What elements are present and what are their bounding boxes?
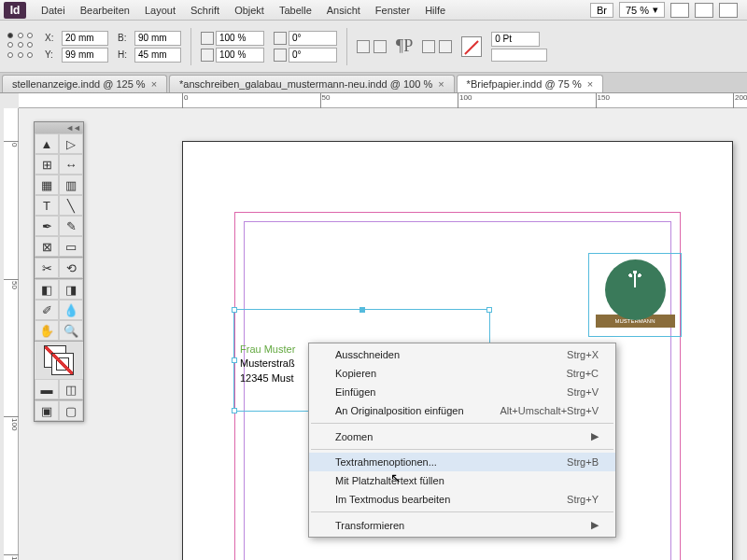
- menu-item-label: Einfügen: [335, 386, 567, 398]
- context-menu-item[interactable]: KopierenStrg+C: [309, 364, 615, 383]
- context-menu-item[interactable]: EinfügenStrg+V: [309, 383, 615, 401]
- control-bar: X: Y: B: H: ¶P: [0, 21, 747, 73]
- apply-color-icon[interactable]: ▬: [35, 379, 59, 399]
- horizontal-ruler: 050100150200: [19, 93, 747, 108]
- collapse-icon[interactable]: ◄◄: [65, 123, 80, 133]
- page-tool[interactable]: ⊞: [35, 154, 59, 175]
- tab-label: *Briefpapier.indd @ 75 %: [467, 78, 582, 90]
- apply-gradient-icon[interactable]: ◫: [59, 379, 83, 399]
- resize-handle[interactable]: [232, 408, 237, 413]
- pencil-tool[interactable]: ✎: [59, 216, 83, 236]
- x-input[interactable]: [62, 31, 108, 46]
- document-tab[interactable]: stellenanzeige.indd @ 125 %×: [2, 75, 167, 92]
- rectangle-tool[interactable]: ▭: [59, 236, 83, 257]
- tab-label: *anschreiben_galabau_mustermann-neu.indd…: [179, 78, 432, 90]
- distribute-icon[interactable]: [439, 40, 452, 53]
- gradient-swatch-tool[interactable]: ◧: [35, 279, 59, 300]
- screen-mode-icon[interactable]: [670, 3, 689, 18]
- hand-tool[interactable]: ✋: [35, 320, 59, 341]
- panel-header[interactable]: ◄◄: [35, 122, 83, 133]
- context-menu-item[interactable]: Mit Platzhaltertext füllen: [309, 471, 615, 490]
- menu-datei[interactable]: Datei: [34, 2, 73, 19]
- arrange-documents-icon[interactable]: [695, 3, 713, 18]
- menu-item-label: Textrahmenoptionen...: [335, 456, 567, 468]
- line-tool[interactable]: ╲: [59, 195, 83, 216]
- context-menu-item[interactable]: Im Textmodus bearbeitenStrg+Y: [309, 490, 615, 509]
- submenu-arrow-icon: ▶: [591, 519, 599, 531]
- reference-point-grid[interactable]: [7, 33, 35, 61]
- stroke-weight-input[interactable]: [491, 32, 540, 47]
- menu-objekt[interactable]: Objekt: [227, 2, 272, 19]
- menu-fenster[interactable]: Fenster: [368, 2, 417, 19]
- content-collector-tool[interactable]: ▦: [35, 175, 59, 195]
- menu-tabelle[interactable]: Tabelle: [272, 2, 319, 19]
- scale-y-icon: [201, 49, 214, 62]
- menu-schrift[interactable]: Schrift: [183, 2, 227, 19]
- menu-item-label: Mit Platzhaltertext füllen: [335, 475, 599, 486]
- fill-swatch[interactable]: [461, 36, 482, 57]
- document-tab[interactable]: *Briefpapier.indd @ 75 %×: [457, 75, 604, 92]
- eyedropper-tool[interactable]: 💧: [59, 300, 83, 320]
- x-label: X:: [45, 33, 60, 43]
- scissors-tool[interactable]: ✂: [35, 258, 59, 278]
- tools-panel[interactable]: ◄◄ ▲ ▷ ⊞ ↔ ▦ ▥ T ╲ ✒ ✎ ⊠ ▭ ✂ ⟲ ◧ ◨ ✐ 💧 ✋…: [34, 121, 84, 422]
- menu-shortcut: Strg+X: [567, 349, 599, 360]
- paragraph-style-icon[interactable]: ¶P: [396, 36, 413, 56]
- selection-tool[interactable]: ▲: [35, 133, 59, 154]
- y-label: Y:: [45, 49, 60, 60]
- rotate-input[interactable]: [289, 31, 337, 46]
- menu-shortcut: Strg+V: [567, 386, 599, 398]
- resize-handle[interactable]: [232, 307, 237, 313]
- close-icon[interactable]: ×: [587, 78, 593, 90]
- menu-shortcut: Strg+B: [567, 456, 599, 468]
- menu-bearbeiten[interactable]: Bearbeiten: [73, 2, 137, 19]
- zoom-tool[interactable]: 🔍: [59, 320, 83, 341]
- type-tool[interactable]: T: [35, 195, 59, 216]
- logo-frame[interactable]: MUSTERMANN: [588, 253, 682, 337]
- content-placer-tool[interactable]: ▥: [59, 175, 83, 195]
- shear-input[interactable]: [289, 48, 337, 63]
- height-input[interactable]: [134, 48, 181, 63]
- menu-ansicht[interactable]: Ansicht: [319, 2, 368, 19]
- direct-selection-tool[interactable]: ▷: [59, 133, 83, 154]
- normal-mode-icon[interactable]: ▣: [35, 400, 59, 421]
- close-icon[interactable]: ×: [438, 78, 444, 90]
- note-tool[interactable]: ✐: [35, 300, 59, 320]
- close-icon[interactable]: ×: [151, 78, 157, 90]
- context-menu-item[interactable]: Transformieren▶: [309, 515, 615, 535]
- flip-h-icon[interactable]: [357, 40, 370, 53]
- workspace-icon[interactable]: [719, 3, 738, 18]
- bridge-button[interactable]: Br: [590, 3, 613, 18]
- fill-stroke-swatch[interactable]: [35, 342, 83, 379]
- context-menu-item[interactable]: Zoomen▶: [309, 427, 615, 446]
- flip-v-icon[interactable]: [374, 40, 387, 53]
- menu-layout[interactable]: Layout: [137, 2, 183, 19]
- menu-shortcut: Strg+C: [566, 368, 599, 379]
- resize-handle[interactable]: [359, 307, 365, 313]
- scale-y-input[interactable]: [216, 48, 264, 63]
- submenu-arrow-icon: ▶: [591, 430, 599, 442]
- rectangle-frame-tool[interactable]: ⊠: [35, 236, 59, 257]
- context-menu-item[interactable]: AusschneidenStrg+X: [309, 345, 615, 364]
- transform-tool[interactable]: ⟲: [59, 258, 83, 278]
- preview-mode-icon[interactable]: ▢: [59, 400, 83, 421]
- gradient-feather-tool[interactable]: ◨: [59, 279, 83, 300]
- context-menu-item[interactable]: Textrahmenoptionen...Strg+B: [309, 453, 615, 471]
- zoom-level-dropdown[interactable]: 75 %▾: [619, 2, 665, 18]
- menubar: Id DateiBearbeitenLayoutSchriftObjektTab…: [0, 0, 747, 21]
- stroke-style-dropdown[interactable]: [491, 49, 547, 62]
- y-input[interactable]: [62, 48, 108, 63]
- width-input[interactable]: [134, 31, 181, 46]
- resize-handle[interactable]: [232, 357, 237, 363]
- resize-handle[interactable]: [486, 307, 492, 313]
- chevron-down-icon: ▾: [653, 4, 658, 16]
- document-tab[interactable]: *anschreiben_galabau_mustermann-neu.indd…: [169, 75, 455, 92]
- menu-shortcut: Strg+Y: [567, 494, 599, 505]
- scale-x-input[interactable]: [216, 31, 264, 46]
- gap-tool[interactable]: ↔: [59, 154, 83, 175]
- menu-item-label: Im Textmodus bearbeiten: [335, 494, 567, 505]
- align-icon[interactable]: [422, 40, 435, 53]
- menu-hilfe[interactable]: Hilfe: [417, 2, 453, 19]
- pen-tool[interactable]: ✒: [35, 216, 59, 236]
- context-menu-item[interactable]: An Originalposition einfügenAlt+Umschalt…: [309, 401, 615, 420]
